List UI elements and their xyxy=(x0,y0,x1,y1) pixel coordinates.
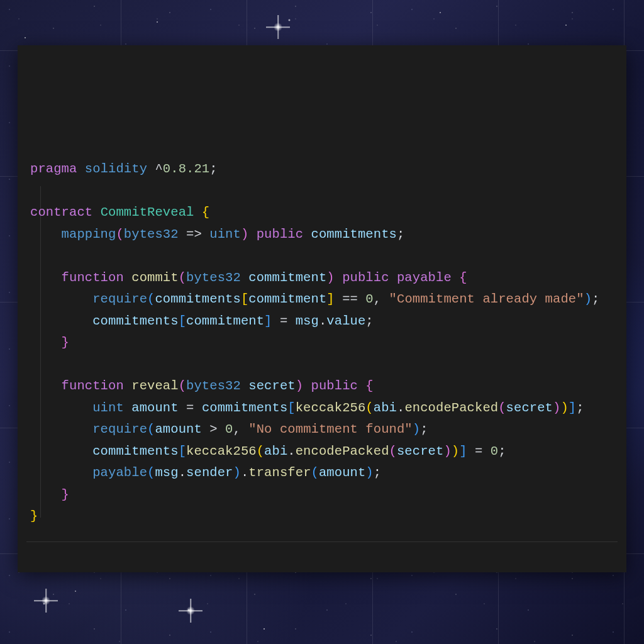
keyword-mapping: mapping xyxy=(62,227,116,242)
builtin-payable: payable xyxy=(92,465,147,480)
string-literal: "No commitment found" xyxy=(248,422,412,436)
version-literal: 0.8.21 xyxy=(163,162,209,176)
builtin-require: require xyxy=(92,292,147,306)
keyword-pragma: pragma xyxy=(30,162,77,176)
keyword-function: function xyxy=(62,379,124,393)
bright-star xyxy=(42,596,50,605)
bright-star xyxy=(274,23,282,31)
bright-star xyxy=(186,606,195,615)
code-editor-panel[interactable]: pragma solidity ^0.8.21; contract Commit… xyxy=(18,45,626,572)
code-block[interactable]: pragma solidity ^0.8.21; contract Commit… xyxy=(30,158,616,528)
contract-name: CommitReveal xyxy=(101,205,194,219)
keyword-solidity: solidity xyxy=(85,162,147,176)
editor-divider xyxy=(26,541,618,542)
state-var: commitments xyxy=(311,227,397,242)
keyword-contract: contract xyxy=(30,205,92,219)
function-name-commit: commit xyxy=(131,270,178,285)
string-literal: "Commitment already made" xyxy=(389,292,584,306)
function-name-reveal: reveal xyxy=(131,379,178,393)
builtin-require: require xyxy=(92,422,147,436)
keyword-function: function xyxy=(62,270,124,285)
